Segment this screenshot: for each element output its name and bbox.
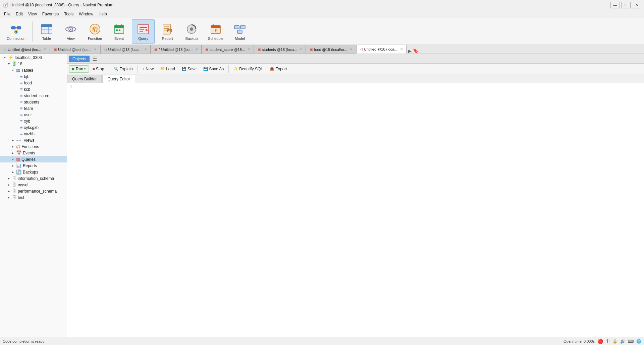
toolbar-event[interactable]: Event bbox=[108, 19, 130, 44]
menu-view[interactable]: View bbox=[25, 11, 40, 17]
tab-7-close[interactable]: ✕ bbox=[350, 48, 353, 51]
tab-4-close[interactable]: ✕ bbox=[195, 48, 198, 51]
tab-5-label: student_score @18... bbox=[210, 48, 245, 52]
report-icon bbox=[161, 22, 174, 36]
sidebar-table-food[interactable]: ▸ ≡ food bbox=[0, 80, 67, 86]
sidebar-table-xyzhb[interactable]: ▸ ≡ xyzhb bbox=[0, 131, 67, 137]
sidebar-connection[interactable]: ▾ ⚡ localhost_3306 bbox=[0, 54, 67, 61]
explain-button[interactable]: 🔍 Explain bbox=[111, 65, 136, 73]
sidebar-table-user[interactable]: ▸ ≡ user bbox=[0, 112, 67, 118]
subtab-query-builder[interactable]: Query Builder bbox=[67, 75, 102, 83]
toolbar-function[interactable]: f() Function bbox=[84, 19, 106, 44]
test-label: test bbox=[18, 195, 24, 200]
tab-8-close[interactable]: ✕ bbox=[400, 47, 403, 51]
tables-arrow: ▾ bbox=[12, 68, 16, 72]
toolbar-schedule[interactable]: Schedule bbox=[204, 19, 227, 44]
sidebar-tables-group[interactable]: ▾ ▦ Tables bbox=[0, 67, 67, 73]
toolbar-model[interactable]: Model bbox=[228, 19, 251, 44]
events-arrow: ▸ bbox=[12, 151, 16, 155]
xykcgxb-label: xykcgxb bbox=[24, 125, 39, 130]
tab-3-label: Untitled @18 (loca... bbox=[108, 48, 142, 52]
save-as-button[interactable]: 💾 Save As bbox=[200, 65, 227, 73]
load-button[interactable]: 📂 Load bbox=[157, 65, 178, 73]
tab-3-close[interactable]: ✕ bbox=[144, 48, 147, 51]
sidebar-table-bjb[interactable]: ▸ ≡ bjb bbox=[0, 73, 67, 80]
tab-5-close[interactable]: ✕ bbox=[248, 48, 250, 51]
sidebar-table-xykcgxb[interactable]: ▸ ≡ xykcgxb bbox=[0, 124, 67, 131]
connection-icon: 👤 bbox=[9, 22, 23, 36]
students-label: students bbox=[24, 100, 39, 105]
sidebar-db-18[interactable]: ▾ 🗄 18 bbox=[0, 61, 67, 67]
beautify-label: Beautify SQL bbox=[239, 67, 263, 71]
toolbar-table-label: Table bbox=[42, 37, 51, 41]
tab-4[interactable]: ▣ * Untitled @18 (loc... ✕ bbox=[151, 45, 202, 54]
close-button[interactable]: ✕ bbox=[632, 2, 641, 8]
view-icon bbox=[64, 22, 77, 36]
tab-add-bookmark[interactable]: 🔖 bbox=[413, 48, 419, 54]
menu-window[interactable]: Window bbox=[76, 11, 96, 17]
stop-label: Stop bbox=[96, 67, 104, 71]
toolbar-view[interactable]: View bbox=[59, 19, 82, 44]
tab-1[interactable]: ◁ Untitled @test (loc... ✕ bbox=[0, 45, 50, 54]
toolbar-table[interactable]: Table bbox=[35, 19, 58, 44]
sidebar-table-student-score[interactable]: ▸ ≡ student_score bbox=[0, 92, 67, 99]
tab-6-close[interactable]: ✕ bbox=[300, 48, 302, 51]
backups-arrow: ▸ bbox=[12, 170, 16, 174]
tab-overflow[interactable]: ▶ bbox=[408, 48, 412, 54]
sidebar-events-group[interactable]: ▸ 📅 Events bbox=[0, 150, 67, 156]
sidebar-reports-group[interactable]: ▸ 📊 Reports bbox=[0, 162, 67, 169]
objects-button[interactable]: Objects bbox=[69, 56, 90, 62]
sidebar-table-xyb[interactable]: ▸ ≡ xyb bbox=[0, 118, 67, 124]
sidebar-db-test[interactable]: ▸ 🗄 test bbox=[0, 194, 67, 201]
status-icon-1: 🔴 bbox=[597, 339, 603, 344]
sidebar-db-perf-schema[interactable]: ▸ 🗄 performance_schema bbox=[0, 188, 67, 194]
sidebar-views-group[interactable]: ▸ ∞∞ Views bbox=[0, 137, 67, 143]
new-button[interactable]: + New bbox=[140, 65, 157, 73]
run-dropdown-arrow[interactable]: ▾ bbox=[84, 67, 86, 71]
info-schema-label: information_schema bbox=[18, 176, 54, 181]
sidebar-table-team[interactable]: ▸ ≡ team bbox=[0, 105, 67, 112]
toolbar-function-label: Function bbox=[88, 37, 102, 41]
toolbar-report[interactable]: Report bbox=[156, 19, 179, 44]
svg-rect-36 bbox=[211, 25, 220, 28]
tab-1-close[interactable]: ✕ bbox=[44, 48, 46, 51]
sidebar-queries-group[interactable]: ▾ ▦ Queries bbox=[0, 156, 67, 162]
sidebar-backups-group[interactable]: ▸ 🔄 Backups bbox=[0, 169, 67, 175]
tab-8[interactable]: ◁ Untitled @18 (loca... ✕ bbox=[356, 45, 407, 54]
menu-file[interactable]: File bbox=[1, 11, 13, 17]
sidebar-db-info-schema[interactable]: ▸ 🗄 information_schema bbox=[0, 175, 67, 182]
export-button[interactable]: 📤 Export bbox=[267, 65, 290, 73]
menu-tools[interactable]: Tools bbox=[61, 11, 76, 17]
food-icon: ≡ bbox=[20, 80, 23, 85]
tab-3-icon: ◁ bbox=[104, 48, 107, 51]
tab-2[interactable]: ▣ Untitled @test (loc... ✕ bbox=[50, 45, 100, 54]
svg-rect-16 bbox=[114, 25, 124, 28]
sidebar-db-mysql[interactable]: ▸ 🗄 mysql bbox=[0, 182, 67, 188]
tab-3[interactable]: ◁ Untitled @18 (loca... ✕ bbox=[100, 45, 151, 54]
stop-button[interactable]: ■ Stop bbox=[90, 65, 107, 73]
tab-5[interactable]: ▣ student_score @18... ✕ bbox=[202, 45, 254, 54]
menu-favorites[interactable]: Favorites bbox=[40, 11, 61, 17]
menu-edit[interactable]: Edit bbox=[13, 11, 25, 17]
toolbar-query[interactable]: Query bbox=[132, 19, 155, 44]
sidebar-functions-group[interactable]: ▸ f() Functions bbox=[0, 143, 67, 150]
editor-area[interactable]: 1 bbox=[67, 83, 644, 337]
tab-6[interactable]: ▣ students @18 (loca... ✕ bbox=[254, 45, 306, 54]
sidebar-table-kcb[interactable]: ▸ ≡ kcb bbox=[0, 86, 67, 92]
toolbar-connection[interactable]: 👤 Connection bbox=[3, 19, 30, 44]
toolbar-model-label: Model bbox=[235, 37, 245, 41]
subtab-query-editor[interactable]: Query Editor bbox=[102, 75, 135, 83]
svg-rect-43 bbox=[237, 30, 242, 33]
menu-help[interactable]: Help bbox=[96, 11, 110, 17]
hamburger-icon[interactable]: ☰ bbox=[92, 56, 97, 62]
run-button[interactable]: ▶ Run ▾ bbox=[69, 65, 89, 73]
maximize-button[interactable]: □ bbox=[621, 2, 631, 8]
sidebar-table-students[interactable]: ▸ ≡ students bbox=[0, 99, 67, 105]
minimize-button[interactable]: — bbox=[610, 2, 620, 8]
save-button[interactable]: 💾 Save bbox=[179, 65, 200, 73]
tab-2-close[interactable]: ✕ bbox=[94, 48, 97, 51]
tab-7[interactable]: ▣ food @18 (localho... ✕ bbox=[306, 45, 356, 54]
beautify-sql-button[interactable]: ✨ Beautify SQL bbox=[230, 65, 266, 73]
tab-6-icon: ▣ bbox=[258, 48, 261, 51]
toolbar-backup[interactable]: Backup bbox=[180, 19, 203, 44]
